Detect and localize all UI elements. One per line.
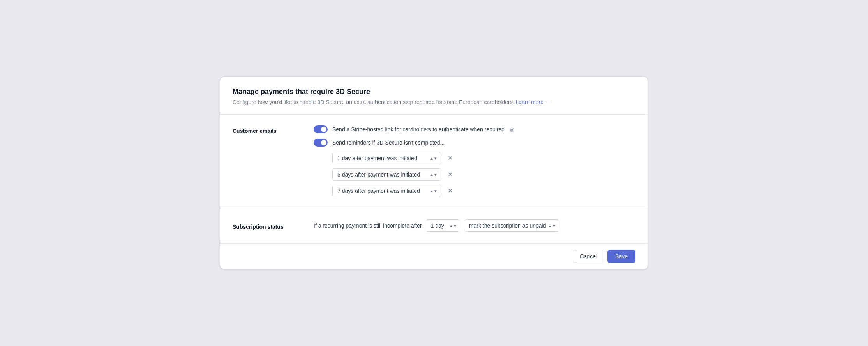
subscription-status-label: Subscription status bbox=[233, 221, 295, 230]
toggle-reminders-row: Send reminders if 3D Secure isn't comple… bbox=[314, 139, 635, 147]
remove-reminder-1-button[interactable]: ✕ bbox=[445, 154, 455, 163]
day-select-wrapper: 1 day 2 days 3 days 7 days ▲▼ bbox=[426, 219, 460, 232]
toggle-stripe-link-row: Send a Stripe-hosted link for cardholder… bbox=[314, 125, 635, 133]
toggle-reminders-slider bbox=[314, 139, 328, 147]
cancel-button[interactable]: Cancel bbox=[573, 250, 603, 263]
customer-emails-label: Customer emails bbox=[233, 125, 295, 134]
toggle-reminders-label: Send reminders if 3D Secure isn't comple… bbox=[332, 139, 445, 146]
customer-emails-section: Customer emails Send a Stripe-hosted lin… bbox=[220, 115, 648, 208]
reminder-row-2: 1 day after payment was initiated 5 days… bbox=[332, 168, 635, 181]
toggle-stripe-link-slider bbox=[314, 125, 328, 133]
remove-reminder-3-button[interactable]: ✕ bbox=[445, 186, 455, 196]
reminder-row-3: 1 day after payment was initiated 5 days… bbox=[332, 185, 635, 197]
reminder-select-wrapper-1: 1 day after payment was initiated 5 days… bbox=[332, 152, 441, 164]
reminder-rows: 1 day after payment was initiated 5 days… bbox=[332, 152, 635, 197]
day-select[interactable]: 1 day 2 days 3 days 7 days bbox=[426, 219, 460, 232]
customer-emails-controls: Send a Stripe-hosted link for cardholder… bbox=[314, 125, 635, 197]
remove-reminder-2-button[interactable]: ✕ bbox=[445, 170, 455, 179]
reminder-select-2[interactable]: 1 day after payment was initiated 5 days… bbox=[332, 168, 441, 181]
toggle-stripe-link[interactable] bbox=[314, 125, 328, 133]
reminder-select-3[interactable]: 1 day after payment was initiated 5 days… bbox=[332, 185, 441, 197]
reminder-select-1[interactable]: 1 day after payment was initiated 5 days… bbox=[332, 152, 441, 164]
reminder-select-wrapper-3: 1 day after payment was initiated 5 days… bbox=[332, 185, 441, 197]
learn-more-link[interactable]: Learn more → bbox=[515, 99, 550, 105]
subscription-prefix-text: If a recurring payment is still incomple… bbox=[314, 222, 422, 229]
toggle-reminders[interactable] bbox=[314, 139, 328, 147]
eye-icon[interactable]: ◉ bbox=[509, 126, 515, 133]
save-button[interactable]: Save bbox=[607, 250, 635, 263]
reminder-row-1: 1 day after payment was initiated 5 days… bbox=[332, 152, 635, 164]
reminder-select-wrapper-2: 1 day after payment was initiated 5 days… bbox=[332, 168, 441, 181]
page-subtitle: Configure how you'd like to handle 3D Se… bbox=[233, 98, 635, 106]
subscription-status-section: Subscription status If a recurring payme… bbox=[220, 208, 648, 243]
status-action-select[interactable]: mark the subscription as unpaid cancel t… bbox=[464, 219, 559, 232]
page-title: Manage payments that require 3D Secure bbox=[233, 88, 635, 96]
status-select-wrapper: mark the subscription as unpaid cancel t… bbox=[464, 219, 559, 232]
section-header: Manage payments that require 3D Secure C… bbox=[220, 77, 648, 114]
manage-3d-secure-card: Manage payments that require 3D Secure C… bbox=[220, 76, 648, 270]
toggle-stripe-link-label: Send a Stripe-hosted link for cardholder… bbox=[332, 126, 505, 132]
subscription-controls: If a recurring payment is still incomple… bbox=[314, 219, 559, 232]
card-footer: Cancel Save bbox=[220, 243, 648, 269]
